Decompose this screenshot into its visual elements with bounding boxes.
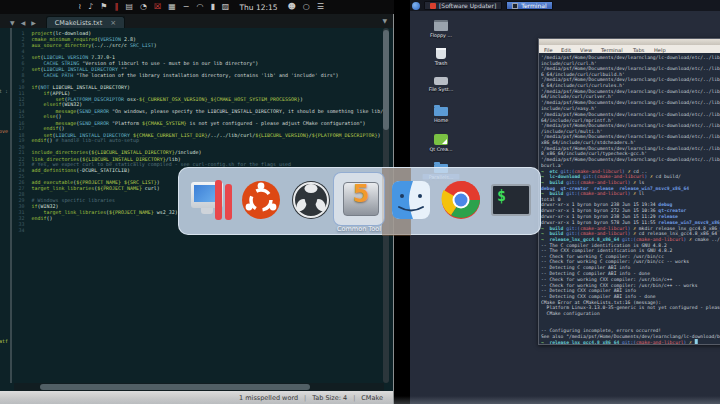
keyboard-icon[interactable]: ▦ [168, 0, 176, 14]
desktop-icon-label: File Syst... [423, 86, 460, 92]
taskbar-button--software-updater-[interactable]: [Software Updater] [424, 1, 502, 10]
parallels-desktop-icon[interactable] [189, 178, 233, 222]
software-updater-icon [430, 3, 436, 9]
applications-menu-icon[interactable] [412, 2, 420, 10]
desktop-icon-folder[interactable]: Home [418, 107, 464, 135]
taskbar-button-label: Terminal [521, 2, 546, 9]
clipped-text-fragment: rt-platf [0, 338, 8, 344]
terminal-menu-view[interactable]: View [580, 46, 592, 52]
screen: ≀♪⚑∥▤◔☒▦−◠▮▨Thu 12:15 ☻○☰ ▼ ◀ ▶ CMakeLis… [0, 0, 720, 404]
taskbar-button-terminal[interactable]: Terminal [506, 1, 552, 10]
selected-app-label: Common Tool [299, 225, 419, 233]
syntax-mode[interactable]: CMake [361, 394, 383, 402]
floppy-icon [434, 20, 448, 31]
time-machine-icon[interactable]: ◔ [140, 0, 147, 14]
wifi-icon[interactable]: ◠ [196, 0, 203, 14]
editor-status-bar: 1 misspelled word | Tab Size: 4 | CMake [0, 391, 393, 404]
drive-icon [434, 77, 448, 85]
ubuntu-icon[interactable] [239, 178, 283, 222]
clipped-text-fragment: to put : [0, 88, 8, 94]
horizontal-scrollbar[interactable] [14, 383, 384, 391]
menubar-clock[interactable]: Thu 12:15 [236, 3, 280, 12]
app-five-icon[interactable]: 5 [339, 178, 383, 222]
tab-cmakelists[interactable]: CMakeLists.txt × [46, 16, 125, 28]
terminal-menu-file[interactable]: File [544, 46, 553, 52]
trash-icon [436, 48, 446, 59]
desktop-icon-qt[interactable]: Qt Crea... [418, 134, 464, 162]
tab-overflow-icon[interactable]: ▼ [0, 19, 19, 28]
status-separator: | [353, 394, 355, 402]
misspelled-count[interactable]: 1 misspelled word [239, 394, 298, 402]
terminal-line: '/media/psf/Home/Documents/dev/learnclan… [541, 157, 720, 163]
dash-icon[interactable]: − [183, 0, 190, 14]
parallels-icon[interactable]: ∥ [114, 0, 118, 14]
vertical-scrollbar-thumb[interactable] [383, 30, 389, 130]
tab-nav-arrows-icon[interactable]: ◀ ▶ [19, 19, 46, 28]
terminal-menu-terminal[interactable]: Terminal [601, 46, 623, 52]
status-separator: | [304, 394, 306, 402]
chrome-icon[interactable] [439, 178, 483, 222]
user-icon[interactable]: ☻ [288, 0, 296, 14]
tab-list-icon[interactable]: ▼ [382, 17, 387, 24]
code-line: 8 CACHE PATH "The location of the librar… [14, 72, 384, 78]
qt-icon [434, 134, 448, 145]
app-switcher-overlay: 5 $ Common Tool [178, 167, 541, 235]
code-line: 14 message(SEND_ERROR "On windows, pleas… [14, 108, 384, 114]
crashplan-icon[interactable]: ☒ [154, 0, 161, 14]
desktop-icon-label: Home [423, 117, 460, 123]
terminal-window: FileEditViewTerminalTabsHelp '/media/psf… [538, 38, 720, 345]
horizontal-scrollbar-thumb[interactable] [40, 384, 310, 390]
terminal-output[interactable]: '/media/psf/Home/Documents/dev/learnclan… [541, 54, 720, 344]
terminal-app-icon[interactable]: $ [489, 178, 533, 222]
clipped-text-fragment: Remove [0, 128, 8, 134]
desktop-icon-drive[interactable]: File Syst... [418, 77, 464, 105]
sync-icon[interactable]: ≀ [78, 0, 81, 14]
terminal-menu-edit[interactable]: Edit [561, 46, 571, 52]
xfce-panel: [Software Updater]Terminal [410, 0, 720, 11]
notification-center-icon[interactable]: ☰ [317, 0, 324, 14]
terminal-menu-tabs[interactable]: Tabs [633, 46, 644, 52]
desktop-icon-label: Floppy ... [423, 32, 460, 38]
code-line: 16 message(SEND_ERROR "Platform ${CMAKE_… [14, 120, 384, 126]
folder-icon [434, 107, 448, 116]
display-icon[interactable]: ▤ [125, 0, 133, 14]
finder-icon[interactable] [389, 178, 433, 222]
left-pane-sliver[interactable]: to put :Removert-platf [0, 28, 12, 383]
terminal-menu-help[interactable]: Help [654, 46, 666, 52]
macos-menubar: ≀♪⚑∥▤◔☒▦−◠▮▨Thu 12:15 ☻○☰ [0, 0, 394, 14]
accessibility-icon[interactable]: ⚑ [100, 0, 107, 14]
spotlight-icon[interactable]: ○ [303, 0, 310, 14]
desktop-icon-floppy[interactable]: Floppy ... [418, 20, 464, 48]
taskbar-button-label: [Software Updater] [439, 2, 496, 9]
terminal-window-icon [512, 3, 518, 9]
notification-icon[interactable]: ♪ [88, 0, 93, 14]
tab-close-icon[interactable]: × [110, 19, 116, 27]
input-flag-icon[interactable]: ▨ [222, 0, 230, 14]
desktop-icon-label: Qt Crea... [423, 146, 460, 152]
obs-studio-icon[interactable] [289, 178, 333, 222]
desktop-icon-trash[interactable]: Trash [418, 48, 464, 76]
editor-tab-bar: ▼ ◀ ▶ CMakeLists.txt × ▼ [0, 14, 393, 28]
battery-icon[interactable]: ▮ [210, 0, 214, 14]
desktop-icon-label: Trash [423, 60, 460, 66]
terminal-line: → release_lnx_gcc4.8_x86_64 git:(cmake-a… [541, 339, 720, 344]
desktop-icon-column: Floppy ...TrashFile Syst...HomeQt Crea..… [418, 20, 464, 191]
terminal-menu-bar: FileEditViewTerminalTabsHelp [539, 45, 720, 53]
tab-size-indicator[interactable]: Tab Size: 4 [312, 394, 347, 402]
tab-label: CMakeLists.txt [55, 19, 102, 27]
